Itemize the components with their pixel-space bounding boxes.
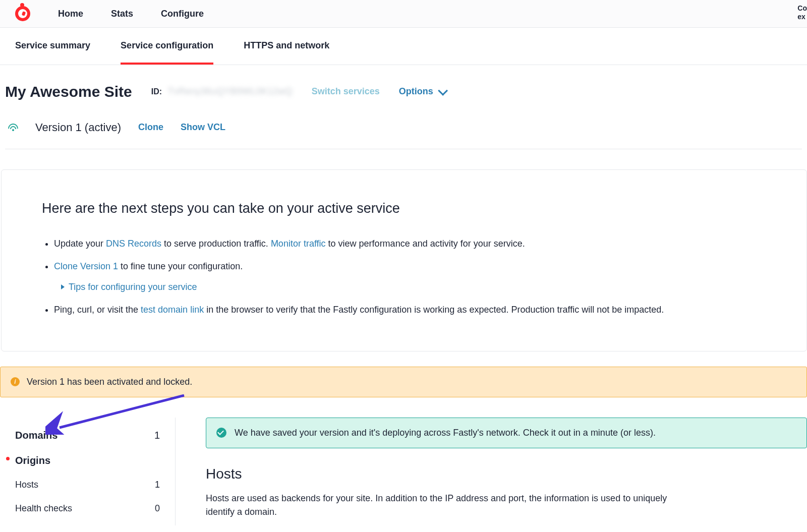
sidebar-hosts-label: Hosts (15, 478, 38, 492)
sidebar-hosts-count: 1 (155, 478, 160, 492)
info-icon: i (11, 377, 20, 386)
config-columns: Domains 1 Origins Hosts 1 Health checks … (0, 418, 807, 525)
clone-link[interactable]: Clone (138, 121, 163, 134)
next-steps-heading: Here are the next steps you can take on … (42, 198, 766, 219)
alert-text: Version 1 has been activated and locked. (27, 375, 192, 389)
switch-services-link[interactable]: Switch services (312, 85, 380, 98)
service-header: My Awesome Site ID: TvReny36uQYB9WL0K12w… (0, 65, 807, 154)
service-subtabs: Service summary Service configuration HT… (0, 28, 807, 65)
show-vcl-link[interactable]: Show VCL (181, 121, 225, 134)
service-id-group: ID: TvReny36uQYB9WL0K12wQ (151, 85, 293, 98)
next-step-test-domain: Ping, curl, or visit the test domain lin… (54, 303, 766, 317)
sidebar-item-origins[interactable]: Origins (15, 448, 160, 473)
sidebar-item-hosts[interactable]: Hosts 1 (15, 473, 160, 497)
sidebar-domains-label: Domains (15, 428, 57, 443)
sidebar-domains-count: 1 (154, 428, 160, 443)
hosts-heading: Hosts (206, 463, 807, 485)
main-content: We have saved your version and it's depl… (176, 418, 807, 525)
triangle-right-icon (61, 284, 65, 289)
nav-stats[interactable]: Stats (111, 7, 133, 21)
service-id-label: ID: (151, 86, 162, 98)
version-locked-alert: i Version 1 has been activated and locke… (0, 367, 807, 397)
tips-link: Tips for configuring your service (69, 280, 197, 294)
brand-logo-icon[interactable] (15, 6, 30, 21)
options-dropdown[interactable]: Options (399, 85, 445, 98)
hosts-description: Hosts are used as backends for your site… (206, 492, 680, 519)
success-text: We have saved your version and it's depl… (235, 426, 656, 440)
nav-home[interactable]: Home (58, 7, 83, 21)
chevron-down-icon (438, 85, 448, 95)
sidebar-item-domains[interactable]: Domains 1 (15, 423, 160, 448)
tab-service-configuration[interactable]: Service configuration (121, 28, 213, 65)
options-label: Options (399, 85, 433, 98)
tips-toggle[interactable]: Tips for configuring your service (61, 280, 766, 294)
next-steps-list: Update your DNS Records to serve product… (42, 237, 766, 317)
service-title: My Awesome Site (5, 80, 132, 103)
monitor-traffic-link[interactable]: Monitor traffic (271, 239, 326, 249)
active-dot-icon (6, 457, 10, 460)
dns-records-link[interactable]: DNS Records (106, 239, 161, 249)
sidebar-health-label: Health checks (15, 502, 72, 515)
config-sidebar: Domains 1 Origins Hosts 1 Health checks … (0, 418, 176, 525)
topbar: Home Stats Configure Co ex (0, 0, 807, 28)
sidebar-item-health-checks[interactable]: Health checks 0 (15, 497, 160, 520)
next-step-dns: Update your DNS Records to serve product… (54, 237, 766, 251)
topbar-right-line1: Co (797, 4, 807, 13)
topbar-right-line2: ex (797, 13, 807, 21)
next-steps-card: Here are the next steps you can take on … (1, 169, 807, 351)
sidebar-health-count: 0 (155, 502, 160, 515)
tab-https-network[interactable]: HTTPS and network (244, 28, 329, 65)
service-header-row1: My Awesome Site ID: TvReny36uQYB9WL0K12w… (5, 80, 802, 103)
sidebar-origins-label: Origins (15, 453, 50, 468)
top-nav: Home Stats Configure (58, 7, 204, 21)
service-id-value: TvReny36uQYB9WL0K12wQ (168, 85, 293, 98)
test-domain-link[interactable]: test domain link (141, 305, 204, 315)
nav-configure[interactable]: Configure (161, 7, 204, 21)
next-step-clone: Clone Version 1 to fine tune your config… (54, 260, 766, 294)
active-signal-icon (8, 124, 18, 132)
version-label: Version 1 (active) (35, 119, 121, 136)
deploy-success-banner: We have saved your version and it's depl… (206, 418, 807, 448)
tab-service-summary[interactable]: Service summary (15, 28, 90, 65)
divider (5, 149, 802, 149)
clone-version-link[interactable]: Clone Version 1 (54, 261, 118, 271)
service-header-row2: Version 1 (active) Clone Show VCL (5, 119, 802, 136)
topbar-right-fragment: Co ex (797, 4, 807, 21)
check-circle-icon (216, 428, 226, 438)
